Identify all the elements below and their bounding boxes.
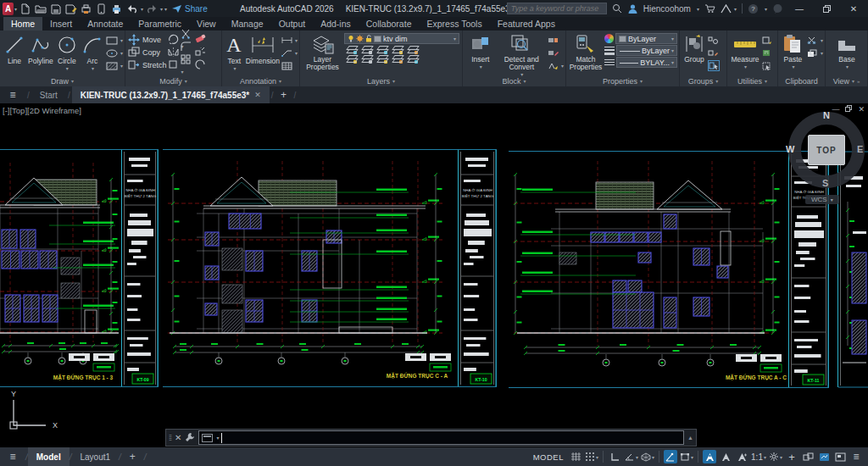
recent-commands-icon[interactable] xyxy=(202,434,213,442)
cut-button[interactable]: ▾ xyxy=(807,35,823,46)
command-bar-close-icon[interactable]: ✕ xyxy=(175,433,181,442)
block-attributes-button[interactable]: ▾ xyxy=(548,60,564,71)
model-tab[interactable]: Model xyxy=(28,447,70,466)
customize-qat-dropdown[interactable]: ▾ xyxy=(164,6,167,12)
polar-tracking-toggle[interactable]: ▾ xyxy=(624,450,638,463)
app-menu-button[interactable]: A▾ xyxy=(3,2,17,15)
start-tab[interactable]: Start xyxy=(31,86,66,103)
autodesk-account-icon[interactable]: ▾ xyxy=(721,4,737,14)
dimension-button[interactable]: Dimension xyxy=(246,33,280,65)
customization-button[interactable]: + xyxy=(785,450,798,463)
store-icon[interactable] xyxy=(704,3,715,14)
ribbon-tab-featured-apps[interactable]: Featured Apps xyxy=(490,17,563,31)
layer-unlock-tool-icon[interactable] xyxy=(392,55,402,63)
ribbon-tab-collaborate[interactable]: Collaborate xyxy=(359,17,420,31)
layout1-tab[interactable]: Layout1 xyxy=(71,447,119,466)
group-edit-button[interactable] xyxy=(708,47,720,58)
table-button[interactable] xyxy=(281,60,298,71)
share-button[interactable]: Share xyxy=(171,4,208,14)
annotation-scale-value[interactable]: 1:1▾ xyxy=(751,450,766,463)
layer-walk-icon[interactable] xyxy=(407,55,417,63)
explode-button[interactable] xyxy=(195,47,206,58)
mobile-button[interactable] xyxy=(94,2,108,15)
array-button[interactable]: ▾ xyxy=(181,54,194,75)
help-dropdown[interactable]: ▾ xyxy=(765,6,767,12)
measure-button[interactable]: Measure▾ xyxy=(730,33,760,71)
ribbon-tab-annotate[interactable]: Annotate xyxy=(80,17,131,31)
panel-label-utilities[interactable]: Utilities▾ xyxy=(727,75,777,86)
edit-block-button[interactable] xyxy=(548,47,564,58)
offset-button[interactable] xyxy=(168,59,179,71)
user-name[interactable]: Hiencoohom xyxy=(643,4,691,14)
id-point-button[interactable] xyxy=(762,35,772,46)
detect-convert-button[interactable]: Detect and Convert▾ xyxy=(498,33,546,79)
save-as-button[interactable] xyxy=(64,2,78,15)
annotation-visibility-toggle[interactable] xyxy=(703,450,716,463)
help-icon[interactable]: ? xyxy=(748,3,759,14)
quick-calc-button[interactable] xyxy=(762,47,772,58)
viewcube-west[interactable]: W xyxy=(786,144,794,154)
panel-label-draw[interactable]: Draw▾ xyxy=(0,75,125,86)
viewcube-east[interactable]: E xyxy=(857,144,863,154)
hatch-button[interactable]: ▾ xyxy=(106,60,123,71)
base-button[interactable]: Base▾ xyxy=(832,33,861,71)
snap-toggle[interactable]: ▾ xyxy=(585,450,598,463)
layer-freeze-tool-icon[interactable] xyxy=(376,46,387,53)
assistant-icon[interactable] xyxy=(772,3,783,14)
file-tab-menu-icon[interactable]: ≡ xyxy=(0,86,25,103)
recent-commands-dropdown[interactable]: ▾ xyxy=(216,435,219,441)
stretch-button[interactable]: Stretch xyxy=(128,58,167,71)
panel-label-block[interactable]: Block▾ xyxy=(463,75,565,86)
model-space-badge[interactable]: MODEL xyxy=(533,452,564,462)
layer-off-icon[interactable] xyxy=(392,46,402,53)
new-layout-button[interactable]: + xyxy=(121,447,144,466)
clean-screen-toggle[interactable] xyxy=(833,450,847,463)
panel-label-view[interactable]: View▾» xyxy=(826,75,867,86)
move-button[interactable]: Move xyxy=(128,33,167,46)
panel-label-properties[interactable]: Properties▾ xyxy=(566,75,679,86)
panel-label-layers[interactable]: Layers▾ xyxy=(300,75,462,86)
color-select[interactable]: ByLayer▾ xyxy=(615,33,677,44)
restore-button[interactable] xyxy=(815,1,837,16)
copy-clip-button[interactable]: ▾ xyxy=(807,47,823,58)
panel-label-clipboard[interactable]: Clipboard xyxy=(778,75,825,86)
ribbon-tab-output[interactable]: Output xyxy=(271,17,314,31)
status-bar-menu-icon[interactable]: ≡ xyxy=(849,450,863,463)
drawing-canvas[interactable]: [-][Top][2D Wireframe] — ✕ xyxy=(0,103,868,447)
user-dropdown[interactable]: ▾ xyxy=(697,6,699,12)
drawing-tab[interactable]: KIEN-TRUC (13.2x9.7)_1_17465_f74a55e3*✕ xyxy=(72,86,270,103)
print-button[interactable] xyxy=(109,2,124,15)
circle-button[interactable]: Circle▾ xyxy=(55,33,79,73)
object-snap-toggle[interactable]: ▾ xyxy=(680,450,693,463)
new-drawing-tab-button[interactable]: + xyxy=(275,89,292,101)
line-button[interactable]: Line xyxy=(3,33,26,65)
command-line-bar[interactable]: ⁞⁞ ✕ ▾ ▲ xyxy=(165,429,697,447)
layer-lock-icon[interactable] xyxy=(376,55,387,63)
panel-label-groups[interactable]: Groups▾ xyxy=(680,75,726,86)
open-file-button[interactable] xyxy=(33,2,47,15)
autoscale-toggle[interactable] xyxy=(719,450,732,463)
command-input[interactable]: ▾ xyxy=(198,430,684,445)
arc-button[interactable]: Arc▾ xyxy=(81,33,104,73)
layout-menu-icon[interactable]: ≡ xyxy=(0,448,25,465)
object-snap-tracking-toggle[interactable] xyxy=(664,450,677,463)
search-input[interactable] xyxy=(507,3,607,14)
layer-isolate-icon[interactable] xyxy=(346,46,356,53)
search-icon[interactable] xyxy=(612,3,622,14)
ribbon-tab-manage[interactable]: Manage xyxy=(224,17,271,31)
redo-button[interactable] xyxy=(144,2,159,15)
workspace-switching[interactable]: ▾ xyxy=(769,450,782,463)
linear-dim-button[interactable]: ▾ xyxy=(281,35,298,46)
redo-dropdown[interactable]: ▾ xyxy=(160,6,163,12)
layer-select[interactable]: ktv dim ▾ xyxy=(344,33,459,44)
scale-button[interactable] xyxy=(195,59,206,71)
erase-button[interactable] xyxy=(195,34,206,46)
match-properties-button[interactable]: Match Properties xyxy=(569,33,603,71)
mirror-button[interactable] xyxy=(168,47,179,58)
ribbon-tab-addins[interactable]: Add-ins xyxy=(313,17,359,31)
layer-match-icon[interactable] xyxy=(346,55,356,63)
ellipse-button[interactable]: ▾ xyxy=(106,47,123,58)
viewcube[interactable]: N E S W TOP WCS▾ xyxy=(785,108,868,219)
isolate-objects-toggle[interactable] xyxy=(801,450,815,463)
layer-properties-button[interactable]: Layer Properties xyxy=(303,33,342,71)
